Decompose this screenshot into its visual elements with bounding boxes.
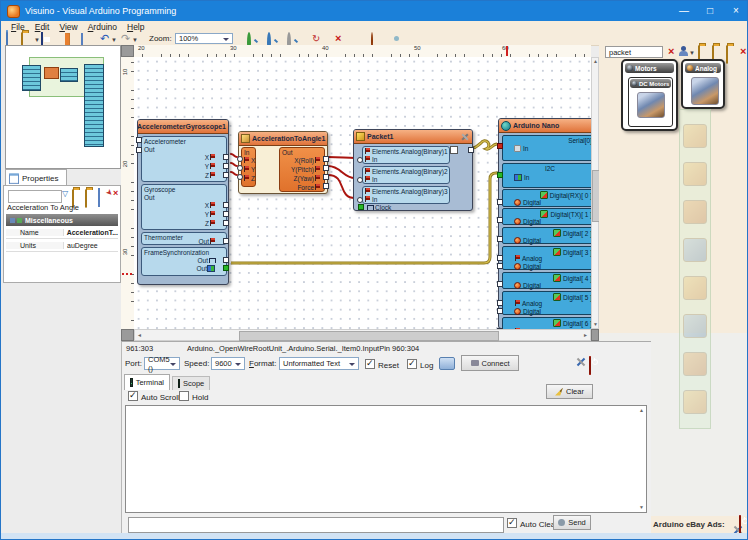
block-accelerometer-gyroscope[interactable]: AccelerometerGyroscope1 Accelerometer Ou… bbox=[137, 119, 229, 285]
in-pin-connector[interactable] bbox=[237, 174, 243, 180]
element-in-connector[interactable] bbox=[357, 157, 363, 163]
out-pin-connector[interactable] bbox=[323, 183, 329, 189]
send-text-input[interactable] bbox=[128, 517, 504, 533]
minimize-button[interactable]: — bbox=[671, 1, 697, 21]
out-pin-connector[interactable] bbox=[323, 165, 329, 171]
layout-icon[interactable] bbox=[98, 189, 100, 207]
close-button[interactable]: × bbox=[723, 1, 748, 21]
pin-connector[interactable] bbox=[223, 172, 229, 178]
filter-funnel-icon[interactable]: ▽ bbox=[62, 189, 68, 198]
checkbox-icon[interactable] bbox=[407, 359, 417, 369]
block-header[interactable]: AccelerationToAngle1 bbox=[239, 132, 327, 146]
pin-connector[interactable] bbox=[497, 255, 503, 261]
element-in-connector[interactable] bbox=[357, 177, 363, 183]
property-category-row[interactable]: Miscellaneous bbox=[6, 214, 118, 226]
send-button[interactable]: Send bbox=[553, 515, 591, 530]
block-header[interactable]: Packet1 bbox=[354, 130, 472, 144]
scrollbar-thumb[interactable] bbox=[239, 331, 499, 341]
out-pin-connector[interactable] bbox=[323, 174, 329, 180]
scroll-left-icon[interactable]: ◄ bbox=[137, 333, 142, 338]
digital-channel-row[interactable]: Digital[ 5 ] Analog Digital bbox=[502, 291, 591, 315]
toggle-grid-panel-icon[interactable] bbox=[81, 34, 83, 45]
design-canvas[interactable]: AccelerometerGyroscope1 Accelerometer Ou… bbox=[134, 57, 591, 329]
undo-icon[interactable]: ↶ bbox=[100, 33, 109, 44]
checkbox-icon[interactable] bbox=[365, 359, 375, 369]
subcategory-dc-motors[interactable]: DC Motors bbox=[628, 77, 673, 127]
zoom-out-icon[interactable] bbox=[267, 34, 271, 45]
pin-connector[interactable] bbox=[223, 257, 229, 263]
tab-properties[interactable]: Properties bbox=[5, 169, 67, 186]
clock-in-connector[interactable] bbox=[358, 204, 364, 210]
canvas-vertical-scrollbar[interactable]: ▲ ▼ bbox=[591, 57, 599, 329]
category-analog[interactable]: Analog bbox=[681, 59, 725, 109]
property-row-name[interactable]: Name AccelerationT... bbox=[6, 226, 118, 239]
ads-power-icon[interactable] bbox=[739, 516, 741, 534]
filter-dropdown-icon[interactable]: ▼ bbox=[689, 50, 695, 56]
overview-minimap[interactable] bbox=[5, 45, 121, 169]
auto-scroll-checkbox[interactable]: Auto Scroll bbox=[128, 391, 180, 402]
checkbox-icon[interactable] bbox=[128, 391, 138, 401]
save-project-icon[interactable] bbox=[41, 33, 43, 44]
terminal-power-icon[interactable] bbox=[589, 357, 591, 375]
hold-checkbox[interactable]: Hold bbox=[179, 391, 208, 402]
category-header[interactable]: Motors bbox=[625, 63, 674, 73]
pin-connector[interactable] bbox=[223, 163, 229, 169]
terminal-scroll-up-icon[interactable]: ▲ bbox=[639, 408, 644, 413]
menu-view[interactable]: View bbox=[59, 22, 77, 32]
left-pin-connector[interactable] bbox=[136, 147, 142, 153]
auto-clear-checkbox[interactable]: Auto Clear bbox=[507, 518, 558, 529]
checkbox-icon[interactable] bbox=[507, 518, 517, 528]
i2c-in-connector[interactable] bbox=[497, 172, 503, 178]
serial-channel[interactable]: Serial[0] In bbox=[502, 135, 591, 161]
category-motors[interactable]: Motors DC Motors bbox=[621, 59, 678, 131]
zoom-select[interactable]: 100% bbox=[175, 33, 233, 44]
open-project-icon[interactable] bbox=[21, 33, 23, 44]
block-packet[interactable]: Packet1 Out Elements.Analog(Binary)1 In … bbox=[353, 129, 473, 211]
close-properties-icon[interactable]: × bbox=[113, 188, 118, 199]
delete-icon[interactable]: × bbox=[335, 33, 341, 44]
pin-connector[interactable] bbox=[497, 300, 503, 306]
compile-icon[interactable] bbox=[371, 33, 373, 44]
clear-search-icon[interactable]: × bbox=[668, 46, 674, 57]
block-header[interactable]: AccelerometerGyroscope1 bbox=[138, 120, 228, 134]
menu-edit[interactable]: Edit bbox=[35, 22, 50, 32]
property-row-units[interactable]: Units auDegree bbox=[6, 239, 118, 252]
checkbox-icon[interactable] bbox=[179, 391, 189, 401]
pin-connector[interactable] bbox=[223, 154, 229, 160]
in-pin-connector[interactable] bbox=[237, 156, 243, 162]
toggle-left-panel-icon[interactable] bbox=[65, 34, 70, 45]
in-pin-connector[interactable] bbox=[237, 165, 243, 171]
pin-connector[interactable] bbox=[223, 211, 229, 217]
dc-motor-component-icon[interactable] bbox=[637, 92, 665, 118]
pin-connector[interactable] bbox=[223, 220, 229, 226]
terminal-scroll-down-icon[interactable]: ▼ bbox=[639, 505, 644, 510]
out-pin-connector[interactable] bbox=[468, 147, 474, 153]
clear-button[interactable]: Clear bbox=[546, 384, 593, 399]
speed-select[interactable]: 9600 bbox=[211, 357, 245, 370]
close-toolbox-icon[interactable]: × bbox=[740, 46, 746, 57]
serial-in-connector[interactable] bbox=[497, 143, 503, 149]
tab-terminal[interactable]: Terminal bbox=[124, 374, 170, 390]
terminal-output-area[interactable]: ▲ ▼ bbox=[125, 405, 647, 513]
scroll-up-icon[interactable]: ▲ bbox=[593, 59, 598, 64]
pin-connector[interactable] bbox=[223, 238, 229, 244]
digital-channel-row[interactable]: Digital[ 3 ] Analog Digital bbox=[502, 246, 591, 270]
i2c-channel[interactable]: I2C In bbox=[502, 163, 591, 188]
pin-connector[interactable] bbox=[497, 217, 503, 223]
reset-checkbox[interactable]: Reset bbox=[365, 359, 399, 370]
digital-channel-row[interactable]: Digital(RX)[ 0 ] Digital bbox=[502, 189, 591, 207]
new-project-icon[interactable] bbox=[6, 33, 8, 44]
analog-component-icon[interactable] bbox=[691, 77, 719, 105]
log-checkbox[interactable]: Log bbox=[407, 359, 433, 370]
maximize-button[interactable]: □ bbox=[697, 1, 723, 21]
toolbox-search-input[interactable]: packet bbox=[605, 46, 663, 58]
menu-arduino[interactable]: Arduino bbox=[88, 22, 117, 32]
digital-channel-row[interactable]: Digital[ 4 ] Digital bbox=[502, 272, 591, 289]
scroll-right-icon[interactable]: ► bbox=[583, 333, 588, 338]
collapse-categories-icon[interactable] bbox=[726, 46, 728, 64]
keyboard-icon[interactable] bbox=[439, 357, 455, 370]
pin-connector[interactable] bbox=[497, 199, 503, 205]
digital-channel-row[interactable]: Digital[ 6 ] Analog bbox=[502, 317, 591, 329]
tab-scope[interactable]: Scope bbox=[172, 376, 210, 390]
format-select[interactable]: Unformatted Text bbox=[279, 357, 359, 370]
